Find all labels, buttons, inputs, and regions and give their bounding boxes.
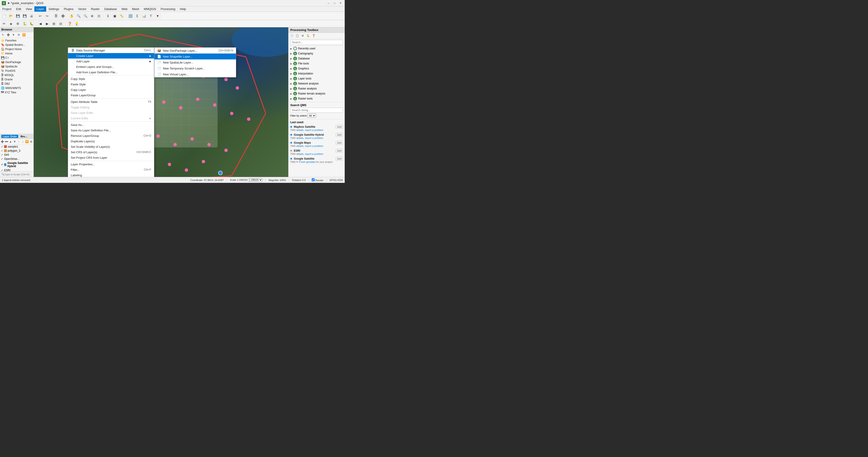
browser-postgis[interactable]: 🐘 PostGIS bbox=[0, 68, 33, 73]
layers-expand-btn[interactable]: ⊞ bbox=[29, 139, 33, 144]
menu-settings[interactable]: Settings bbox=[46, 6, 61, 11]
identify-btn[interactable]: ℹ bbox=[105, 13, 111, 19]
text-btn[interactable]: T bbox=[148, 13, 154, 19]
settings-btn[interactable]: ⚙ bbox=[14, 21, 21, 27]
layer-openstreet[interactable]: ✓ OpenStree... bbox=[0, 157, 33, 161]
submenu-new-spatialite[interactable]: 📄 New SpatiaLite Layer... bbox=[154, 59, 236, 65]
layers-down2-btn[interactable]: ↓ bbox=[21, 139, 25, 144]
menu-labeling[interactable]: Labeling bbox=[68, 172, 154, 177]
close-button[interactable]: ✕ bbox=[338, 1, 343, 5]
proc-database[interactable]: ▶ Q Database bbox=[288, 56, 345, 61]
undo-btn[interactable]: ↩ bbox=[37, 13, 43, 19]
browser-spatial-bookmarks[interactable]: 🔖 Spatial Bookm... bbox=[0, 42, 33, 47]
menu-web[interactable]: Web bbox=[119, 6, 130, 11]
maximize-button[interactable]: □ bbox=[332, 1, 337, 5]
layer-sample1[interactable]: ✓ sample1 bbox=[0, 145, 33, 149]
nav-layer-btn[interactable]: ⊟ bbox=[58, 21, 64, 27]
layers-up-btn[interactable]: ▲ bbox=[9, 139, 12, 144]
menu-add-layer[interactable]: Add Layer ▶ bbox=[68, 59, 154, 64]
debug-btn[interactable]: 🐛 bbox=[28, 21, 35, 27]
render-checkbox[interactable] bbox=[312, 178, 315, 181]
python-btn[interactable]: 🐍 bbox=[21, 21, 28, 27]
print-btn[interactable]: 🖨 bbox=[28, 13, 35, 19]
layers-up2-btn[interactable]: ↑ bbox=[17, 139, 21, 144]
proc-history-btn[interactable]: 🕐 bbox=[289, 33, 294, 38]
menu-create-layer[interactable]: Create Layer ▶ bbox=[68, 53, 154, 59]
browser-db2[interactable]: 🗄 DB2 bbox=[0, 82, 33, 86]
layer-order-tab[interactable]: Layer Order bbox=[1, 135, 18, 138]
browser-properties-btn[interactable]: ⚙ bbox=[16, 33, 21, 37]
menu-duplicate-layer[interactable]: Duplicate Layer(s) bbox=[68, 138, 154, 144]
proc-results-btn[interactable]: 📋 bbox=[294, 33, 300, 38]
proc-recently-used[interactable]: ▶ 🕐 Recently used bbox=[288, 46, 345, 51]
menu-filter[interactable]: Filter... Ctrl+F bbox=[68, 167, 154, 172]
add-layer-btn[interactable]: ➕ bbox=[60, 13, 66, 19]
map-area[interactable]: 🗄 Data Source Manager Ctrl+L Create Laye… bbox=[34, 27, 288, 177]
zoom-full-btn[interactable]: ⊕ bbox=[89, 13, 95, 19]
menu-open-attr[interactable]: Open Attribute Table F6 bbox=[68, 99, 154, 105]
menu-mesh[interactable]: Mesh bbox=[130, 6, 142, 11]
menu-project[interactable]: Project bbox=[0, 6, 14, 11]
digitize-btn[interactable]: ✏ bbox=[1, 21, 7, 27]
datasource-mgr-btn[interactable]: 🗄 bbox=[53, 13, 59, 19]
menu-paste-layer[interactable]: Paste Layer/Group bbox=[68, 92, 154, 98]
layers-filter-btn[interactable]: 🔽 bbox=[25, 139, 29, 144]
zoom-selection-btn[interactable]: ⊡ bbox=[96, 13, 102, 19]
proc-cartography[interactable]: ▶ Q Cartography bbox=[288, 51, 345, 56]
menu-plugins[interactable]: Plugins bbox=[61, 6, 76, 11]
browser-geopackage[interactable]: 📦 GeoPackage bbox=[0, 60, 33, 64]
redo-btn[interactable]: ↪ bbox=[44, 13, 50, 19]
menu-layer[interactable]: Layer bbox=[34, 6, 46, 11]
nav-full-btn[interactable]: ⊞ bbox=[51, 21, 57, 27]
mapbox-report-link[interactable]: report a problem bbox=[305, 128, 323, 132]
menu-edit[interactable]: Edit bbox=[14, 6, 23, 11]
menu-copy-layer[interactable]: Copy Layer bbox=[68, 87, 154, 92]
layers-add-btn[interactable]: ➕ bbox=[0, 139, 4, 144]
menu-set-scale[interactable]: Set Scale Visibility of Layer(s) bbox=[68, 144, 154, 149]
menu-set-project-crs[interactable]: Set Project CRS from Layer bbox=[68, 155, 154, 160]
new-project-btn[interactable]: 📄 bbox=[1, 13, 7, 19]
browser-spatialite[interactable]: 📦 SpatiaLite bbox=[0, 64, 33, 68]
submenu-new-virtual[interactable]: 📄 New Virtual Layer... bbox=[154, 71, 236, 77]
proc-graphics[interactable]: ▶ Q Graphics bbox=[288, 66, 345, 71]
locate-input[interactable] bbox=[5, 173, 32, 176]
proc-layer-tools[interactable]: ▶ Q Layer tools bbox=[288, 76, 345, 81]
google-hybrid-details-link[interactable]: details bbox=[296, 137, 304, 139]
measure-btn[interactable]: 📏 bbox=[118, 13, 125, 19]
more-btn[interactable]: ▼ bbox=[154, 13, 161, 19]
pan-btn[interactable]: ✋ bbox=[68, 13, 75, 19]
processing-search-input[interactable] bbox=[290, 40, 343, 45]
menu-paste-style[interactable]: Paste Style bbox=[68, 82, 154, 87]
google-hybrid-report-link[interactable]: report a problem bbox=[305, 137, 323, 139]
browser-filter-btn[interactable]: 🔽 bbox=[21, 33, 26, 37]
menu-set-crs[interactable]: Set CRS of Layer(s) Ctrl+Shift+C bbox=[68, 149, 154, 155]
menu-mmqgis[interactable]: MMQGIS bbox=[142, 6, 158, 11]
menu-embed-layers[interactable]: Embed Layers and Groups... bbox=[68, 64, 154, 69]
browser-oracle[interactable]: 🗄 Oracle bbox=[0, 77, 33, 82]
google-maps-add-btn[interactable]: Add bbox=[336, 141, 343, 145]
menu-help[interactable]: Help bbox=[178, 6, 188, 11]
layers-down-btn[interactable]: ▼ bbox=[13, 139, 17, 144]
edit-node-btn[interactable]: ◈ bbox=[8, 21, 14, 27]
chart-btn[interactable]: 📊 bbox=[141, 13, 147, 19]
submenu-new-shapefile[interactable]: 📄 New Shapefile Layer... bbox=[154, 54, 236, 59]
proc-help-btn[interactable]: ❓ bbox=[311, 33, 316, 38]
proc-raster-terrain[interactable]: ▶ Q Raster terrain analysis bbox=[288, 91, 345, 96]
scale-select[interactable]: 1:199103 bbox=[248, 178, 262, 182]
browser-collapse-btn[interactable]: ▼ bbox=[11, 33, 16, 37]
zoom-out-btn[interactable]: 🔍 bbox=[82, 13, 89, 19]
proc-file-tools[interactable]: ▶ Q File tools bbox=[288, 61, 345, 66]
proc-network-analysis[interactable]: ▶ Q Network analysis bbox=[288, 81, 345, 86]
layers-remove-btn[interactable]: ➖ bbox=[5, 139, 8, 144]
menu-layer-props[interactable]: Layer Properties... bbox=[68, 162, 154, 167]
layer-google-sat[interactable]: ✓ Google Satellite Hybrid bbox=[0, 161, 33, 168]
menu-processing[interactable]: Processing bbox=[158, 6, 178, 11]
proc-options-btn[interactable]: ⚙ bbox=[300, 33, 305, 38]
filter-extent-select[interactable]: All bbox=[308, 114, 316, 118]
search-qms-input[interactable] bbox=[290, 108, 343, 113]
browser-mssql[interactable]: 🗄 MSSQL bbox=[0, 73, 33, 77]
browser-tab[interactable]: Bro... bbox=[19, 135, 28, 138]
nav-forward-btn[interactable]: ▶ bbox=[44, 21, 50, 27]
mapbox-details-link[interactable]: details bbox=[296, 128, 304, 132]
google-maps-report-link[interactable]: report a problem bbox=[305, 145, 323, 147]
